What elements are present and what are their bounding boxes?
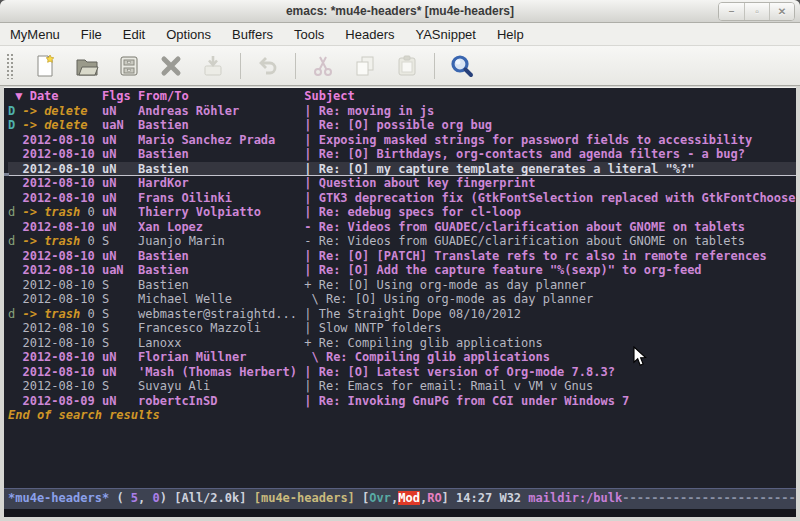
message-row[interactable]: d -> trash 0 S webmaster@straightd... | … bbox=[8, 307, 796, 322]
modeline-segment: RO bbox=[427, 491, 441, 505]
menu-bar: MyMenu File Edit Options Buffers Tools H… bbox=[0, 23, 800, 46]
message-row[interactable]: 2012-08-10 uaN Bastien | Re: [O] Add the… bbox=[8, 263, 796, 278]
message-row[interactable]: 2012-08-10 S Suvayu Ali | Re: Emacs for … bbox=[8, 379, 796, 394]
paste-clipboard-icon bbox=[395, 54, 419, 78]
message-row[interactable]: 2012-08-10 S Bastien + Re: [O] Using org… bbox=[8, 278, 796, 293]
message-row[interactable]: 2012-08-10 S Michael Welle \ Re: [O] Usi… bbox=[8, 292, 796, 307]
message-row[interactable]: 2012-08-09 uN robertcInSD | Re: Invoking… bbox=[8, 394, 796, 409]
message-row[interactable]: D -> delete uaN Bastien | Re: [O] possib… bbox=[8, 118, 796, 133]
close-x-icon bbox=[159, 54, 183, 78]
modeline-segment: 0 bbox=[153, 491, 160, 505]
menu-item-options[interactable]: Options bbox=[166, 27, 211, 42]
message-row[interactable]: 2012-08-10 uN Florian Müllner \ Re: Comp… bbox=[8, 350, 796, 365]
undo-icon bbox=[256, 54, 280, 78]
toolbar-separator bbox=[434, 53, 435, 79]
echo-area[interactable] bbox=[4, 509, 796, 517]
modeline-segment: Ovr bbox=[369, 491, 391, 505]
message-row[interactable]: 2012-08-10 uN Bastien | Re: [O] my captu… bbox=[8, 162, 796, 177]
mouse-cursor bbox=[633, 346, 647, 371]
modeline-segment: ) bbox=[160, 491, 174, 505]
maximize-button[interactable]: ▫ bbox=[744, 3, 769, 20]
modeline-segment: [mu4e-headers] bbox=[254, 491, 355, 505]
new-file-button[interactable] bbox=[30, 51, 60, 81]
save-button[interactable] bbox=[114, 51, 144, 81]
modeline-segment: Mod bbox=[398, 491, 420, 505]
close-icon: ✕ bbox=[778, 6, 786, 17]
save-icon bbox=[117, 54, 141, 78]
menu-item-headers[interactable]: Headers bbox=[345, 27, 394, 42]
menu-item-file[interactable]: File bbox=[81, 27, 102, 42]
cut-button bbox=[308, 51, 338, 81]
minimize-button[interactable]: – bbox=[719, 3, 744, 20]
undo-button bbox=[253, 51, 283, 81]
emacs-window: emacs: *mu4e-headers* [mu4e-headers] – ▫… bbox=[0, 0, 800, 521]
cut-scissors-icon bbox=[311, 54, 335, 78]
modeline-segment: ] bbox=[442, 491, 456, 505]
message-row[interactable]: 2012-08-10 uN Bastien | Re: [O] [PATCH] … bbox=[8, 249, 796, 264]
save-as-button bbox=[198, 51, 228, 81]
menu-item-yasnippet[interactable]: YASnippet bbox=[415, 27, 475, 42]
tool-bar bbox=[0, 46, 800, 86]
header-line[interactable]: ▼ Date Flgs From/To Subject bbox=[8, 89, 796, 104]
message-row[interactable]: d -> trash 0 uN Thierry Volpiatto | Re: … bbox=[8, 205, 796, 220]
modeline-segment: maildir:/bulk bbox=[528, 491, 622, 505]
message-row[interactable]: d -> trash 0 S Juanjo Marin - Re: Videos… bbox=[8, 234, 796, 249]
message-row[interactable]: 2012-08-10 S Lanoxx + Re: Compiling glib… bbox=[8, 336, 796, 351]
message-row[interactable]: 2012-08-10 uN Xan Lopez - Re: Videos fro… bbox=[8, 220, 796, 235]
message-row[interactable]: 2012-08-10 uN Frans Oilinki | GTK3 depre… bbox=[8, 191, 796, 206]
search-icon bbox=[449, 53, 475, 79]
message-list: D -> delete uN Andreas Röhler | Re: movi… bbox=[8, 104, 796, 423]
mode-line: *mu4e-headers* ( 5, 0) [All/2.0k] [mu4e-… bbox=[4, 488, 796, 509]
window-title: emacs: *mu4e-headers* [mu4e-headers] bbox=[0, 0, 800, 23]
menu-item-help[interactable]: Help bbox=[497, 27, 524, 42]
message-row[interactable]: 2012-08-10 uN Bastien | Re: [O] Birthday… bbox=[8, 147, 796, 162]
modeline-segment: [ bbox=[355, 491, 369, 505]
message-row[interactable]: 2012-08-10 uN HardKor | Question about k… bbox=[8, 176, 796, 191]
toolbar-separator bbox=[295, 53, 296, 79]
menu-item-mymenu[interactable]: MyMenu bbox=[10, 27, 60, 42]
headers-buffer: ▼ Date Flgs From/To Subject D -> delete … bbox=[4, 87, 796, 517]
toolbar-separator bbox=[240, 53, 241, 79]
paste-button bbox=[392, 51, 422, 81]
modeline-segment: [All/2.0k] bbox=[174, 491, 253, 505]
toolbar-drag-handle[interactable] bbox=[6, 53, 14, 79]
maximize-icon: ▫ bbox=[755, 6, 759, 17]
title-bar: emacs: *mu4e-headers* [mu4e-headers] – ▫… bbox=[0, 0, 800, 23]
menu-item-buffers[interactable]: Buffers bbox=[232, 27, 273, 42]
open-folder-icon bbox=[75, 54, 99, 78]
modeline-segment: ----------------------------------------… bbox=[622, 491, 796, 505]
save-as-icon bbox=[201, 54, 225, 78]
message-row[interactable]: 2012-08-10 uN Mario Sanchez Prada | Expo… bbox=[8, 133, 796, 148]
close-buffer-button[interactable] bbox=[156, 51, 186, 81]
message-row[interactable]: 2012-08-10 S Francesco Mazzoli | Slow NN… bbox=[8, 321, 796, 336]
menu-item-tools[interactable]: Tools bbox=[294, 27, 324, 42]
modeline-segment: 14:27 W32 bbox=[456, 491, 528, 505]
copy-button bbox=[350, 51, 380, 81]
window-controls: – ▫ ✕ bbox=[718, 2, 795, 21]
fringe-indicator bbox=[4, 173, 9, 176]
copy-icon bbox=[353, 54, 377, 78]
modeline-segment: 5 bbox=[131, 491, 138, 505]
modeline-buffer-name: *mu4e-headers* bbox=[8, 491, 109, 505]
menu-item-edit[interactable]: Edit bbox=[123, 27, 145, 42]
search-button[interactable] bbox=[447, 51, 477, 81]
new-file-icon bbox=[33, 54, 57, 78]
buffer-text: ▼ Date Flgs From/To Subject D -> delete … bbox=[4, 89, 796, 480]
minimize-icon: – bbox=[729, 6, 735, 17]
message-row[interactable]: D -> delete uN Andreas Röhler | Re: movi… bbox=[8, 104, 796, 119]
close-button[interactable]: ✕ bbox=[769, 3, 794, 20]
open-folder-button[interactable] bbox=[72, 51, 102, 81]
end-of-results: End of search results bbox=[8, 408, 796, 423]
modeline-segment: ( bbox=[109, 491, 131, 505]
message-row[interactable]: 2012-08-10 uN 'Mash (Thomas Herbert) | R… bbox=[8, 365, 796, 380]
modeline-segment: , bbox=[138, 491, 152, 505]
